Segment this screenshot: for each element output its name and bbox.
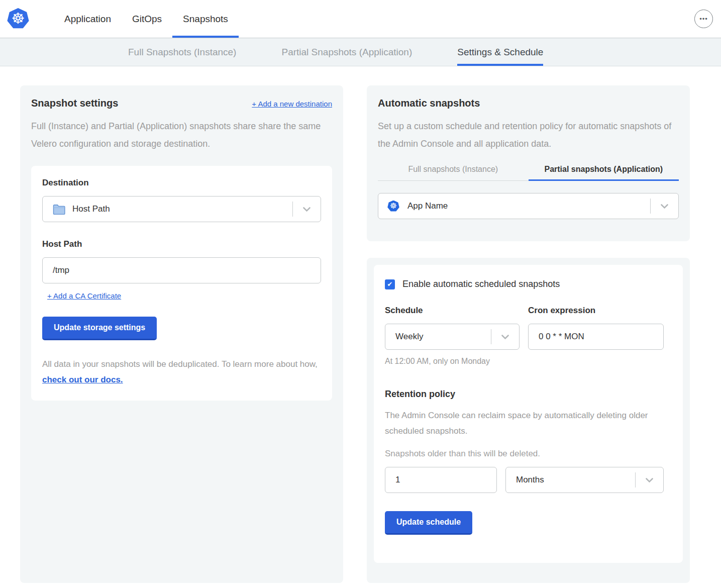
enable-snapshots-row[interactable]: ✔ Enable automatic scheduled snapshots (385, 279, 672, 289)
automatic-snapshots-description: Set up a custom schedule and retention p… (378, 118, 679, 153)
update-storage-row: Update storage settings (42, 317, 321, 340)
update-storage-settings-button[interactable]: Update storage settings (42, 317, 157, 340)
chevron-down-icon[interactable] (491, 334, 519, 340)
automatic-snapshots-card: Automatic snapshots Set up a custom sche… (367, 85, 690, 241)
retention-policy-title: Retention policy (385, 389, 672, 400)
retention-unit-value: Months (516, 475, 544, 485)
kubernetes-logo: ☸ (7, 8, 29, 29)
enable-snapshots-checkbox[interactable]: ✔ (385, 279, 395, 289)
retention-inputs-row: Months (385, 459, 672, 493)
chevron-down-icon[interactable] (293, 207, 321, 212)
ca-certificate-row: + Add a CA Certificate (47, 291, 321, 301)
main-content: Snapshot settings + Add a new destinatio… (20, 85, 721, 583)
folder-icon (53, 204, 65, 215)
destination-select-control (292, 197, 321, 222)
nav-tab-application[interactable]: Application (54, 0, 122, 38)
host-path-input[interactable] (42, 257, 321, 283)
chevron-down-icon[interactable] (636, 477, 663, 483)
snapshot-settings-header: Snapshot settings + Add a new destinatio… (31, 97, 332, 109)
subnav-tab-full-snapshots[interactable]: Full Snapshots (Instance) (128, 38, 236, 66)
ellipsis-icon: ••• (699, 15, 708, 23)
app-selected-value: App Name (407, 201, 448, 211)
snapshot-settings-title: Snapshot settings (31, 97, 118, 109)
snapshot-settings-description: Full (Instance) and Partial (Application… (31, 118, 332, 153)
top-navbar: ☸ Application GitOps Snapshots ••• (0, 0, 721, 38)
destination-select[interactable]: Host Path (42, 196, 321, 222)
app-select[interactable]: ☸ App Name (378, 193, 679, 219)
storage-settings-panel: Destination Host Path Host Path (31, 166, 332, 401)
chevron-down-icon[interactable] (651, 204, 678, 209)
subnav-tab-settings-schedule[interactable]: Settings & Schedule (457, 38, 543, 66)
more-options-button[interactable]: ••• (694, 10, 713, 28)
cron-expression-input[interactable] (528, 324, 664, 350)
enable-snapshots-label: Enable automatic scheduled snapshots (402, 279, 560, 289)
retention-hint: Snapshots older than this will be delete… (385, 449, 672, 459)
retention-policy-description: The Admin Console can reclaim space by a… (385, 408, 672, 439)
snapshots-subnav: Full Snapshots (Instance) Partial Snapsh… (0, 38, 721, 66)
kubernetes-wheel-icon: ☸ (7, 8, 29, 29)
host-path-label: Host Path (42, 239, 321, 249)
app-select-control (650, 193, 678, 219)
dedup-footnote-text: All data in your snapshots will be dedup… (42, 359, 318, 369)
nav-tab-snapshots[interactable]: Snapshots (172, 0, 239, 38)
schedule-label: Schedule (385, 306, 520, 316)
snapshot-type-tabs: Full snapshots (Instance) Partial snapsh… (378, 165, 679, 181)
tab-partial-snapshots-application[interactable]: Partial snapshots (Application) (529, 165, 679, 181)
snapshot-settings-card: Snapshot settings + Add a new destinatio… (20, 85, 343, 583)
retention-unit-select[interactable]: Months (505, 467, 664, 493)
docs-link[interactable]: check out our docs. (42, 375, 123, 384)
schedule-cron-grid: Schedule Cron expression Weekly (385, 289, 672, 350)
automatic-snapshots-title: Automatic snapshots (378, 97, 679, 109)
destination-label: Destination (42, 178, 321, 188)
add-ca-certificate-link[interactable]: + Add a CA Certificate (47, 291, 121, 300)
app-kubernetes-icon: ☸ (387, 201, 399, 212)
destination-selected-value: Host Path (72, 204, 110, 214)
update-schedule-button[interactable]: Update schedule (385, 511, 472, 535)
schedule-selected-value: Weekly (395, 332, 423, 342)
retention-select-control (635, 467, 663, 493)
retention-value-input[interactable] (385, 467, 497, 493)
schedule-select-control (491, 324, 519, 349)
add-new-destination-link[interactable]: + Add a new destination (252, 100, 332, 108)
right-column: Automatic snapshots Set up a custom sche… (367, 85, 690, 583)
schedule-container: ✔ Enable automatic scheduled snapshots S… (367, 258, 690, 583)
dedup-footnote: All data in your snapshots will be dedup… (42, 356, 321, 387)
cron-expression-label: Cron expression (528, 306, 664, 316)
subnav-tab-partial-snapshots[interactable]: Partial Snapshots (Application) (281, 38, 412, 66)
schedule-card: ✔ Enable automatic scheduled snapshots S… (374, 265, 683, 563)
nav-tab-gitops[interactable]: GitOps (122, 0, 172, 38)
update-schedule-row: Update schedule (385, 511, 672, 535)
main-nav-tabs: Application GitOps Snapshots (54, 0, 239, 38)
check-icon: ✔ (387, 280, 393, 288)
cron-human-readable: At 12:00 AM, only on Monday (385, 357, 672, 366)
tab-full-snapshots-instance[interactable]: Full snapshots (Instance) (378, 165, 529, 181)
schedule-frequency-select[interactable]: Weekly (385, 324, 520, 350)
